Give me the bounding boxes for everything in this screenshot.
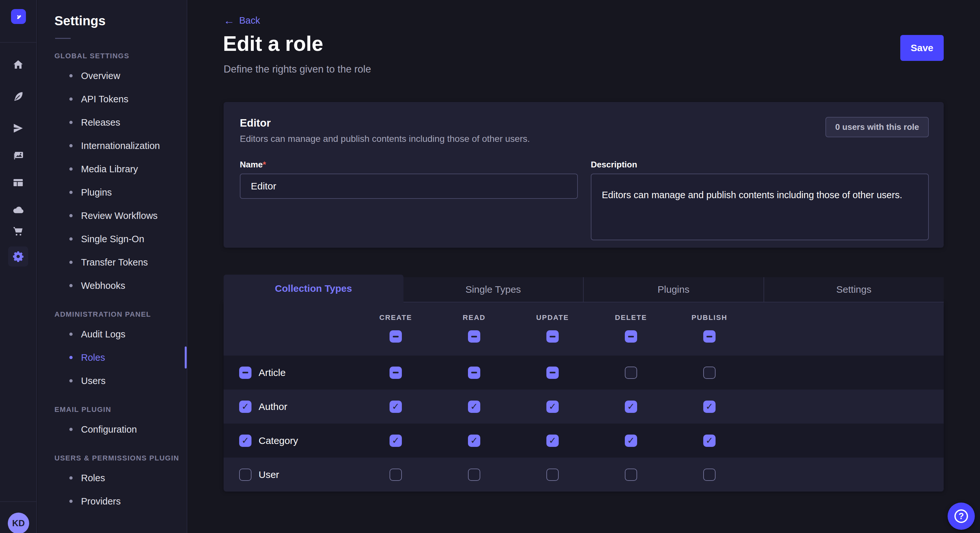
page-title: Edit a role [223,32,323,56]
sidebar-item-roles-up[interactable]: Roles [38,466,187,490]
sidebar-item-api-tokens[interactable]: API Tokens [38,87,187,111]
sidebar-title: Settings [38,0,187,28]
row-select-checkbox[interactable] [239,468,251,481]
description-textarea[interactable]: Editors can manage and publish contents … [591,174,929,240]
required-asterisk: * [263,160,266,169]
section-administration-panel: ADMINISTRATION PANEL Audit Logs Roles Us… [38,310,187,392]
row-select-checkbox[interactable] [239,435,251,447]
select-all-publish-checkbox[interactable] [703,330,716,343]
table-row-category: Category [224,424,944,458]
tab-collection-types[interactable]: Collection Types [224,274,404,303]
author-delete-checkbox[interactable] [625,401,637,413]
permissions-table: CREATE READ UPDATE DELETE [224,303,944,492]
author-update-checkbox[interactable] [546,401,559,413]
user-delete-checkbox[interactable] [625,468,637,481]
category-publish-checkbox[interactable] [703,435,716,447]
save-button[interactable]: Save [900,35,944,61]
gear-icon [12,250,24,263]
sidebar-item-users[interactable]: Users [38,369,187,392]
help-button[interactable]: ? [948,503,975,530]
sidebar-item-webhooks[interactable]: Webhooks [38,274,187,297]
nav-settings[interactable] [8,246,28,266]
tab-single-types[interactable]: Single Types [404,277,583,303]
column-publish: PUBLISH [670,303,749,343]
users-with-role-badge[interactable]: 0 users with this role [826,117,929,137]
sidebar-item-providers[interactable]: Providers [38,490,187,513]
sidebar-item-audit-logs[interactable]: Audit Logs [38,322,187,346]
nav-content-type-builder[interactable] [11,89,25,104]
category-update-checkbox[interactable] [546,435,559,447]
row-label: Author [259,401,287,412]
nav-cloud[interactable] [11,203,25,217]
section-users-permissions-plugin: USERS & PERMISSIONS PLUGIN Roles Provide… [38,454,187,513]
strapi-logo[interactable] [11,9,26,24]
sidebar-item-internationalization[interactable]: Internationalization [38,134,187,157]
sidebar-item-single-sign-on[interactable]: Single Sign-On [38,227,187,251]
sidebar-item-media-library[interactable]: Media Library [38,157,187,181]
nav-marketplace[interactable] [11,224,25,238]
select-all-update-checkbox[interactable] [546,330,559,343]
user-read-checkbox[interactable] [468,468,480,481]
row-select-checkbox[interactable] [239,401,251,413]
images-icon [12,149,24,162]
sidebar-item-overview[interactable]: Overview [38,64,187,87]
cart-icon [12,225,24,237]
sidebar-item-transfer-tokens[interactable]: Transfer Tokens [38,251,187,274]
name-input[interactable] [240,174,578,199]
article-update-checkbox[interactable] [546,366,559,379]
feather-icon [12,90,24,103]
home-icon [12,59,24,71]
article-delete-checkbox[interactable] [625,366,637,379]
column-label: READ [463,314,485,322]
table-row-author: Author [224,390,944,424]
sidebar-item-roles-admin[interactable]: Roles [38,346,187,369]
name-field-group: Name* [240,160,578,241]
permissions-tabs: Collection Types Single Types Plugins Se… [224,274,944,303]
name-label-text: Name [240,160,263,169]
article-create-checkbox[interactable] [390,366,402,379]
author-read-checkbox[interactable] [468,401,480,413]
row-select-checkbox[interactable] [239,366,251,379]
author-publish-checkbox[interactable] [703,401,716,413]
category-read-checkbox[interactable] [468,435,480,447]
strapi-logo-icon [14,12,23,21]
role-details-card: Editor Editors can manage and publish co… [224,102,944,248]
back-link[interactable]: ← Back [224,15,260,26]
select-all-read-checkbox[interactable] [468,330,480,343]
role-description-text: Editors can manage and publish contents … [240,134,530,144]
user-create-checkbox[interactable] [390,468,402,481]
user-publish-checkbox[interactable] [703,468,716,481]
section-label: ADMINISTRATION PANEL [54,310,187,319]
permissions-header-row: CREATE READ UPDATE DELETE [224,303,944,355]
description-label: Description [591,160,929,170]
tab-plugins[interactable]: Plugins [583,277,764,303]
sidebar-item-plugins[interactable]: Plugins [38,181,187,204]
section-global-settings: GLOBAL SETTINGS Overview API Tokens Rele… [38,52,187,297]
author-create-checkbox[interactable] [390,401,402,413]
nav-deploy[interactable] [11,121,25,135]
nav-home[interactable] [11,58,25,72]
help-icon: ? [955,509,968,523]
sidebar-item-configuration[interactable]: Configuration [38,418,187,441]
category-create-checkbox[interactable] [390,435,402,447]
user-avatar[interactable]: KD [8,512,29,533]
article-publish-checkbox[interactable] [703,366,716,379]
user-update-checkbox[interactable] [546,468,559,481]
strapi-admin-screen: KD Settings GLOBAL SETTINGS Overview API… [0,0,980,533]
select-all-create-checkbox[interactable] [390,330,402,343]
sidebar-item-releases[interactable]: Releases [38,111,187,134]
column-read: READ [435,303,513,343]
name-label: Name* [240,160,578,170]
sidebar-item-review-workflows[interactable]: Review Workflows [38,204,187,227]
nav-media-library[interactable] [11,148,25,163]
row-label: User [259,469,279,480]
select-all-delete-checkbox[interactable] [625,330,637,343]
article-read-checkbox[interactable] [468,366,480,379]
nav-content-manager[interactable] [11,176,25,190]
tab-settings[interactable]: Settings [764,277,944,303]
permissions-card: Collection Types Single Types Plugins Se… [224,274,944,492]
layout-panel-icon [12,176,24,189]
row-label: Article [259,367,285,378]
category-delete-checkbox[interactable] [625,435,637,447]
section-label: USERS & PERMISSIONS PLUGIN [54,454,187,462]
